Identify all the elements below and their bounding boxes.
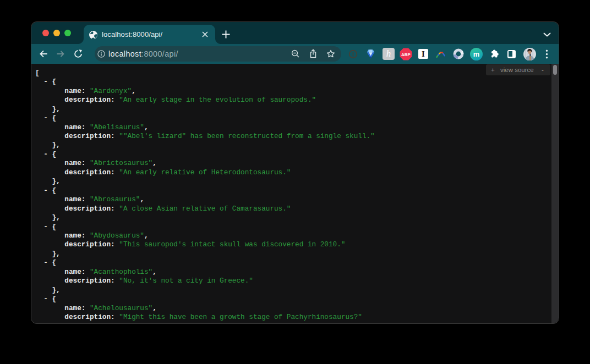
svg-text:ABP: ABP — [401, 52, 411, 57]
svg-text:m: m — [473, 50, 479, 58]
